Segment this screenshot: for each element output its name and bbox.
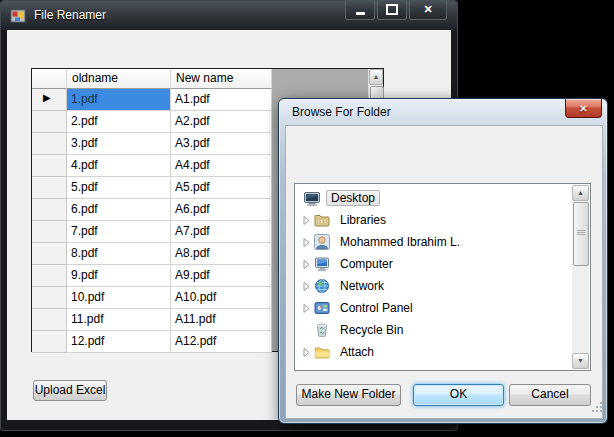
tree-scrollbar-thumb[interactable]: [573, 202, 589, 266]
tree-item-libraries[interactable]: Libraries: [296, 209, 572, 231]
table-row: 10.pdfA10.pdf: [32, 287, 272, 309]
row-header-cell[interactable]: ▶: [32, 89, 67, 111]
row-header-cell[interactable]: [32, 331, 67, 353]
ok-button[interactable]: OK: [413, 384, 504, 406]
tree-item-attach[interactable]: Attach: [296, 341, 572, 363]
row-header-cell[interactable]: [32, 265, 67, 287]
recycle-bin-icon: [314, 322, 331, 338]
tree-item-doc[interactable]: Doc: [296, 363, 572, 369]
grid-cell-newname[interactable]: A10.pdf: [171, 287, 272, 309]
grid-cell-newname[interactable]: A12.pdf: [171, 331, 272, 353]
tree-item-desktop[interactable]: Desktop: [296, 187, 572, 209]
grid-corner-header[interactable]: [32, 69, 67, 89]
tree-item-label: Recycle Bin: [336, 322, 407, 338]
scroll-down-icon[interactable]: ▼: [572, 353, 589, 369]
grid-header-oldname[interactable]: oldname: [67, 69, 171, 89]
dialog-close-button[interactable]: ✕: [565, 99, 602, 118]
grid-cell-newname[interactable]: A1.pdf: [171, 89, 272, 111]
grid-cell-newname[interactable]: A2.pdf: [171, 111, 272, 133]
tree-item-label: Mohammed Ibrahim L.: [336, 234, 464, 250]
browse-for-folder-dialog: Browse For Folder ✕ DesktopLibrariesMoha…: [278, 98, 608, 424]
tree-vertical-scrollbar[interactable]: ▲ ▼: [572, 185, 589, 369]
row-header-cell[interactable]: [32, 221, 67, 243]
maximize-button[interactable]: [377, 0, 407, 20]
table-row: 12.pdfA12.pdf: [32, 331, 272, 353]
grid-cell-newname[interactable]: A8.pdf: [171, 243, 272, 265]
minimize-button[interactable]: [345, 0, 375, 20]
grid-cell-oldname[interactable]: 12.pdf: [67, 331, 171, 353]
libraries-icon: [314, 212, 331, 228]
grid-cell-newname[interactable]: A6.pdf: [171, 199, 272, 221]
grid-cell-newname[interactable]: A11.pdf: [171, 309, 272, 331]
grid-rows: ▶1.pdfA1.pdf2.pdfA2.pdf3.pdfA3.pdf4.pdfA…: [32, 89, 272, 353]
grid-cell-newname[interactable]: A9.pdf: [171, 265, 272, 287]
folder-tree-panel: DesktopLibrariesMohammed Ibrahim L.Compu…: [294, 183, 591, 371]
expand-arrow-icon[interactable]: [299, 215, 312, 226]
grid-cell-oldname[interactable]: 11.pdf: [67, 309, 171, 331]
row-header-cell[interactable]: [32, 243, 67, 265]
grid-cell-newname[interactable]: A3.pdf: [171, 133, 272, 155]
table-row: ▶1.pdfA1.pdf: [32, 89, 272, 111]
row-header-cell[interactable]: [32, 287, 67, 309]
grid-cell-newname[interactable]: A5.pdf: [171, 177, 272, 199]
expand-arrow-icon[interactable]: [299, 303, 312, 314]
expand-arrow-icon[interactable]: [299, 237, 312, 248]
tree-item-computer[interactable]: Computer: [296, 253, 572, 275]
grid-cell-oldname[interactable]: 8.pdf: [67, 243, 171, 265]
expand-arrow-icon[interactable]: [299, 259, 312, 270]
scroll-up-icon[interactable]: ▲: [369, 69, 383, 85]
grid-cell-oldname[interactable]: 10.pdf: [67, 287, 171, 309]
resize-grip-icon[interactable]: [591, 401, 603, 413]
grid-cell-oldname[interactable]: 9.pdf: [67, 265, 171, 287]
row-header-cell[interactable]: [32, 133, 67, 155]
scroll-up-icon[interactable]: ▲: [572, 185, 589, 201]
thumb-grip-icon: [577, 230, 585, 236]
tree-item-label: Doc: [336, 366, 365, 369]
maximize-icon: [386, 4, 398, 15]
table-row: 9.pdfA9.pdf: [32, 265, 272, 287]
grid-cell-oldname[interactable]: 7.pdf: [67, 221, 171, 243]
table-row: 8.pdfA8.pdf: [32, 243, 272, 265]
grid-cell-oldname[interactable]: 2.pdf: [67, 111, 171, 133]
expand-arrow-icon[interactable]: [299, 281, 312, 292]
expand-arrow-icon[interactable]: [299, 347, 312, 358]
table-row: 4.pdfA4.pdf: [32, 155, 272, 177]
row-header-cell[interactable]: [32, 111, 67, 133]
control-panel-icon: [314, 300, 331, 316]
table-row: 3.pdfA3.pdf: [32, 133, 272, 155]
window-title: File Renamer: [34, 8, 106, 22]
row-header-cell[interactable]: [32, 309, 67, 331]
grid-cell-oldname[interactable]: 1.pdf: [67, 89, 171, 111]
grid-cell-oldname[interactable]: 4.pdf: [67, 155, 171, 177]
table-row: 5.pdfA5.pdf: [32, 177, 272, 199]
grid-cell-oldname[interactable]: 5.pdf: [67, 177, 171, 199]
table-row: 11.pdfA11.pdf: [32, 309, 272, 331]
make-new-folder-button[interactable]: Make New Folder: [296, 384, 401, 406]
network-icon: [314, 278, 331, 294]
cancel-button[interactable]: Cancel: [509, 384, 591, 406]
tree-item-label: Desktop: [326, 190, 380, 206]
tree-items: DesktopLibrariesMohammed Ibrahim L.Compu…: [296, 187, 572, 369]
row-header-cell[interactable]: [32, 177, 67, 199]
close-button[interactable]: ✕: [409, 0, 447, 20]
grid-cell-newname[interactable]: A4.pdf: [171, 155, 272, 177]
table-row: 6.pdfA6.pdf: [32, 199, 272, 221]
grid-cell-oldname[interactable]: 3.pdf: [67, 133, 171, 155]
minimize-icon: [356, 12, 365, 15]
grid-cell-newname[interactable]: A7.pdf: [171, 221, 272, 243]
tree-item-network[interactable]: Network: [296, 275, 572, 297]
grid-header-newname[interactable]: New name: [171, 69, 272, 89]
folder-icon: [314, 344, 331, 360]
row-header-cell[interactable]: [32, 199, 67, 221]
tree-item-control-panel[interactable]: Control Panel: [296, 297, 572, 319]
tree-item-label: Network: [336, 278, 388, 294]
tree-item-mohammed-ibrahim-l[interactable]: Mohammed Ibrahim L.: [296, 231, 572, 253]
grid-cell-oldname[interactable]: 6.pdf: [67, 199, 171, 221]
close-icon: ✕: [423, 3, 432, 16]
upload-excel-button[interactable]: Upload Excel: [33, 380, 107, 401]
tree-item-label: Attach: [336, 344, 378, 360]
row-pointer-icon: ▶: [43, 92, 51, 103]
table-row: 7.pdfA7.pdf: [32, 221, 272, 243]
tree-item-recycle-bin[interactable]: Recycle Bin: [296, 319, 572, 341]
row-header-cell[interactable]: [32, 155, 67, 177]
